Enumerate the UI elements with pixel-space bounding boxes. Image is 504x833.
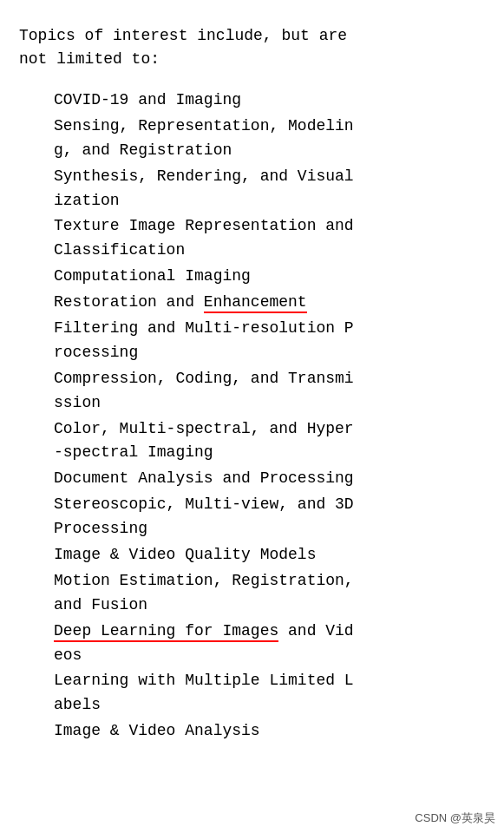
content-area: Topics of interest include, but are not … <box>9 9 495 752</box>
list-item: Compression, Coding, and Transmission <box>54 367 485 416</box>
enhancement-underline: Enhancement <box>204 293 307 313</box>
list-item: Stereoscopic, Multi-view, and 3DProcessi… <box>54 493 485 541</box>
topic-text: Image & Video Quality Models <box>54 546 316 563</box>
topic-text: Computational Imaging <box>54 267 251 285</box>
list-item: Image & Video Analysis <box>54 719 485 744</box>
list-item: Image & Video Quality Models <box>54 543 485 567</box>
list-item: Learning with Multiple Limited Labels <box>54 669 485 718</box>
topic-text: Color, Multi-spectral, and Hyper-spectra… <box>54 420 354 462</box>
topic-text: Synthesis, Rendering, and Visualization <box>54 167 354 209</box>
list-item: Computational Imaging <box>54 265 485 289</box>
list-item: Sensing, Representation, Modeling, and R… <box>54 115 485 163</box>
topic-text: COVID-19 and Imaging <box>54 91 241 108</box>
intro-line1: Topics of interest include, but are <box>19 27 347 44</box>
list-item: Motion Estimation, Registration,and Fusi… <box>54 569 485 618</box>
intro-line2: not limited to: <box>19 50 160 68</box>
list-item: Synthesis, Rendering, and Visualization <box>54 165 485 213</box>
topic-text: Image & Video Analysis <box>54 722 260 739</box>
topic-text: Sensing, Representation, Modeling, and R… <box>54 117 354 159</box>
topic-text: Restoration and Enhancement <box>54 293 307 313</box>
intro-paragraph: Topics of interest include, but are not … <box>19 16 485 89</box>
topic-text: Filtering and Multi-resolution Processin… <box>54 319 354 361</box>
topic-text: Stereoscopic, Multi-view, and 3DProcessi… <box>54 495 354 537</box>
topic-text: Motion Estimation, Registration,and Fusi… <box>54 572 354 613</box>
topic-list: COVID-19 and Imaging Sensing, Representa… <box>54 89 485 744</box>
list-item: Document Analysis and Processing <box>54 467 485 491</box>
topic-text: Learning with Multiple Limited Labels <box>54 672 354 713</box>
deeplearning-underline: Deep Learning for Images <box>54 622 278 642</box>
list-item: Restoration and Enhancement <box>54 291 485 315</box>
list-item: Color, Multi-spectral, and Hyper-spectra… <box>54 417 485 466</box>
watermark: CSDN @英泉昊 <box>415 810 495 827</box>
topic-text: Document Analysis and Processing <box>54 469 354 487</box>
page-container: Topics of interest include, but are not … <box>0 0 504 833</box>
topic-text: Compression, Coding, and Transmission <box>54 370 354 411</box>
list-item: Texture Image Representation andClassifi… <box>54 214 485 263</box>
list-item: Deep Learning for Images and Videos <box>54 620 485 668</box>
topic-text: Deep Learning for Images and Videos <box>54 622 354 664</box>
topic-text: Texture Image Representation andClassifi… <box>54 217 354 259</box>
list-item: Filtering and Multi-resolution Processin… <box>54 317 485 365</box>
list-item: COVID-19 and Imaging <box>54 89 485 113</box>
